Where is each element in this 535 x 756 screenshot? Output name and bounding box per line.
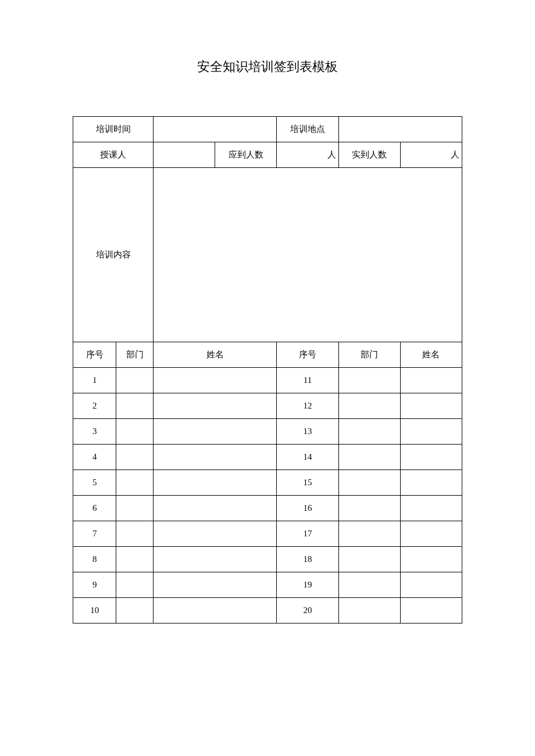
- cell-department[interactable]: [116, 496, 154, 521]
- table-row: 414: [73, 445, 462, 470]
- label-expected-count: 应到人数: [215, 142, 277, 168]
- cell-name[interactable]: [154, 470, 277, 496]
- cell-name[interactable]: [400, 470, 462, 496]
- cell-seq: 14: [277, 445, 338, 470]
- cell-seq: 11: [277, 368, 338, 393]
- cell-seq: 8: [73, 547, 116, 572]
- field-training-time[interactable]: [154, 117, 277, 142]
- header-name-right: 姓名: [400, 342, 462, 368]
- cell-department[interactable]: [338, 496, 400, 521]
- cell-seq: 6: [73, 496, 116, 521]
- cell-department[interactable]: [116, 393, 154, 419]
- cell-seq: 16: [277, 496, 338, 521]
- cell-seq: 1: [73, 368, 116, 393]
- label-training-time: 培训时间: [73, 117, 154, 142]
- cell-name[interactable]: [400, 496, 462, 521]
- cell-name[interactable]: [154, 521, 277, 547]
- cell-department[interactable]: [338, 393, 400, 419]
- label-actual-count: 实到人数: [338, 142, 400, 168]
- cell-name[interactable]: [400, 445, 462, 470]
- cell-department[interactable]: [116, 521, 154, 547]
- cell-seq: 19: [277, 572, 338, 598]
- cell-name[interactable]: [400, 368, 462, 393]
- cell-department[interactable]: [338, 547, 400, 572]
- table-row: 515: [73, 470, 462, 496]
- label-training-location: 培训地点: [277, 117, 338, 142]
- field-actual-count[interactable]: 人: [400, 142, 462, 168]
- cell-department[interactable]: [338, 445, 400, 470]
- cell-seq: 10: [73, 598, 116, 624]
- cell-name[interactable]: [154, 393, 277, 419]
- cell-department[interactable]: [338, 470, 400, 496]
- cell-department[interactable]: [116, 547, 154, 572]
- cell-department[interactable]: [116, 445, 154, 470]
- cell-name[interactable]: [154, 419, 277, 445]
- table-row: 313: [73, 419, 462, 445]
- table-row: 212: [73, 393, 462, 419]
- document-title: 安全知识培训签到表模板: [73, 58, 462, 76]
- field-instructor[interactable]: [154, 142, 215, 168]
- cell-seq: 4: [73, 445, 116, 470]
- cell-department[interactable]: [116, 419, 154, 445]
- label-instructor: 授课人: [73, 142, 154, 168]
- table-row: 616: [73, 496, 462, 521]
- table-row: 717: [73, 521, 462, 547]
- table-row: 111: [73, 368, 462, 393]
- cell-name[interactable]: [400, 393, 462, 419]
- cell-seq: 3: [73, 419, 116, 445]
- cell-department[interactable]: [116, 368, 154, 393]
- cell-name[interactable]: [400, 598, 462, 624]
- cell-seq: 5: [73, 470, 116, 496]
- cell-seq: 15: [277, 470, 338, 496]
- cell-department[interactable]: [338, 572, 400, 598]
- cell-seq: 2: [73, 393, 116, 419]
- cell-name[interactable]: [154, 572, 277, 598]
- cell-name[interactable]: [400, 547, 462, 572]
- cell-department[interactable]: [338, 368, 400, 393]
- cell-seq: 12: [277, 393, 338, 419]
- table-row: 818: [73, 547, 462, 572]
- cell-department[interactable]: [116, 470, 154, 496]
- cell-name[interactable]: [154, 496, 277, 521]
- header-department-right: 部门: [338, 342, 400, 368]
- field-training-location[interactable]: [338, 117, 462, 142]
- cell-seq: 20: [277, 598, 338, 624]
- cell-seq: 13: [277, 419, 338, 445]
- cell-name[interactable]: [400, 419, 462, 445]
- cell-seq: 17: [277, 521, 338, 547]
- cell-seq: 9: [73, 572, 116, 598]
- cell-seq: 7: [73, 521, 116, 547]
- cell-name[interactable]: [154, 598, 277, 624]
- signin-table: 培训时间 培训地点 授课人 应到人数 人 实到人数 人 培训内容 序号部门姓名序…: [73, 116, 462, 624]
- header-seq-right: 序号: [277, 342, 338, 368]
- cell-name[interactable]: [154, 445, 277, 470]
- cell-name[interactable]: [400, 521, 462, 547]
- cell-department[interactable]: [338, 521, 400, 547]
- header-name-left: 姓名: [154, 342, 277, 368]
- header-seq-left: 序号: [73, 342, 116, 368]
- cell-department[interactable]: [116, 598, 154, 624]
- cell-seq: 18: [277, 547, 338, 572]
- field-training-content[interactable]: [154, 168, 462, 342]
- table-row: 1020: [73, 598, 462, 624]
- field-expected-count[interactable]: 人: [277, 142, 338, 168]
- cell-department[interactable]: [116, 572, 154, 598]
- cell-name[interactable]: [400, 572, 462, 598]
- cell-department[interactable]: [338, 419, 400, 445]
- cell-name[interactable]: [154, 368, 277, 393]
- cell-department[interactable]: [338, 598, 400, 624]
- cell-name[interactable]: [154, 547, 277, 572]
- header-department-left: 部门: [116, 342, 154, 368]
- label-training-content: 培训内容: [73, 168, 154, 342]
- table-row: 919: [73, 572, 462, 598]
